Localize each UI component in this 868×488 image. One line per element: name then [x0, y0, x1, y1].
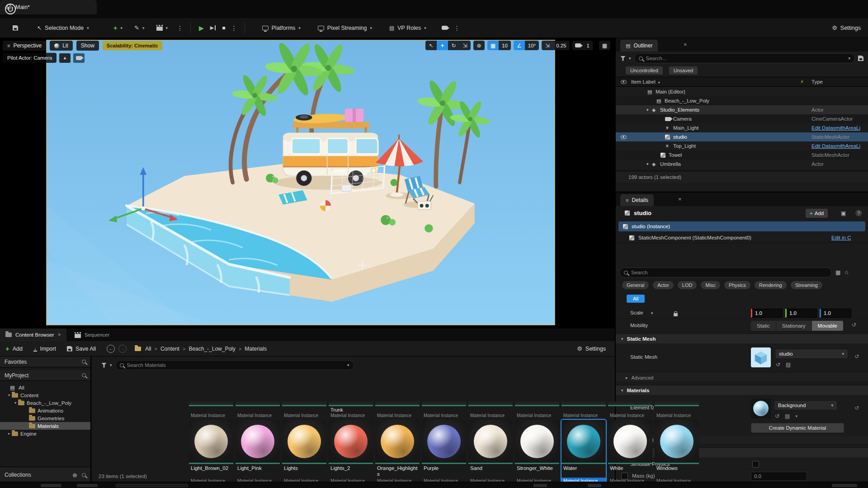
outliner-row[interactable]: Camera CineCameraActor — [616, 114, 868, 123]
breadcrumb-item[interactable]: Materials — [245, 346, 267, 352]
breadcrumb-item[interactable]: Beach_-_Low_Poly — [189, 346, 235, 352]
status-bar-item[interactable] — [832, 484, 857, 487]
tab-details[interactable]: ≡ Details — [620, 194, 654, 206]
platforms-dropdown[interactable]: Platforms ▾ — [259, 22, 304, 34]
favorites-header[interactable]: Favorites — [0, 357, 90, 367]
outliner-row[interactable]: ☀ Top_Light Edit DatasmithAreaLi — [616, 141, 868, 150]
status-bar-item[interactable] — [588, 484, 601, 487]
camera-speed-value[interactable]: 1 — [584, 41, 593, 50]
collections-bar[interactable]: Collections ⊕ — [0, 467, 91, 483]
search-icon[interactable] — [82, 473, 86, 477]
advanced-row[interactable]: ▸ Advanced — [616, 436, 868, 445]
material-dropdown[interactable]: Background ▾ — [774, 400, 837, 410]
chevron-down-icon[interactable]: ▾ — [795, 414, 797, 418]
category-all-chip[interactable]: All — [627, 295, 645, 303]
status-bar-item[interactable] — [116, 484, 188, 487]
material-tile[interactable]: Windows Material Instance — [655, 420, 699, 485]
pixel-streaming-dropdown[interactable]: Pixel Streaming ▾ — [314, 22, 376, 34]
folder-tree-item[interactable]: ▸ Engine — [0, 430, 90, 437]
static-mesh-dropdown[interactable]: studio ▾ — [775, 349, 848, 359]
instance-row[interactable]: studio (Instance) — [618, 221, 865, 231]
search-icon[interactable] — [82, 373, 86, 377]
grid-snap-value[interactable]: 10 — [499, 41, 511, 50]
add-asset-button[interactable]: + Add — [2, 343, 26, 355]
expander-icon[interactable]: ▾ — [6, 393, 12, 397]
viewport-layouts-icon[interactable]: ▦ — [599, 41, 610, 50]
material-tile-partial[interactable]: Material Instance — [422, 402, 466, 418]
expander-icon[interactable]: ▸ — [6, 432, 12, 436]
scalability-badge[interactable]: Scalability: Cinematic — [103, 41, 162, 50]
item-label-column[interactable]: Item Label — [631, 79, 656, 84]
material-tile-partial[interactable]: Material Instance — [655, 402, 699, 418]
filter-chip-physics[interactable]: Physics — [724, 281, 750, 289]
material-tile-partial[interactable]: Material Instance — [515, 402, 559, 418]
asset-search-input[interactable]: Search Materials ▾ — [115, 360, 354, 370]
outliner-row[interactable]: ▤ Beach_-_Low_Poly — [616, 96, 868, 105]
stop-piloting-button[interactable]: ▲ — [59, 53, 71, 63]
browse-to-asset-icon[interactable]: ↺ — [776, 361, 780, 368]
static-mesh-label[interactable]: Static Mesh — [630, 354, 657, 360]
scale-z-field[interactable]: 1.0 — [820, 309, 851, 318]
settings-dropdown[interactable]: ⚙ Settings — [828, 22, 864, 34]
world-space-icon[interactable]: ⊕ — [473, 41, 485, 50]
grid-snap-icon[interactable]: ▦ — [487, 41, 499, 50]
help-icon[interactable]: ? — [855, 210, 862, 216]
static-mesh-thumbnail[interactable] — [751, 347, 771, 367]
scale-x-field[interactable]: 1.0 — [751, 309, 783, 318]
breadcrumb-item[interactable]: Content — [160, 346, 179, 352]
blueprints-dropdown[interactable]: ✎ ▾ — [131, 22, 148, 34]
reset-icon[interactable]: ↺ — [854, 405, 859, 411]
visibility-column-icon[interactable] — [621, 80, 627, 84]
media-capture-icon[interactable] — [442, 26, 448, 30]
mobility-static[interactable]: Static — [751, 321, 776, 331]
mass-field[interactable]: 0.0 — [751, 472, 807, 481]
select-tool-icon[interactable]: ↖ — [425, 41, 437, 50]
simulate-physics-checkbox[interactable] — [752, 461, 759, 468]
outliner-row[interactable]: ▾ ◈ Studio_Elements Actor — [616, 105, 868, 114]
filter-chip-lod[interactable]: LOD — [678, 281, 697, 289]
back-icon[interactable]: ← — [107, 345, 115, 353]
play-button[interactable]: ▶ — [199, 24, 204, 32]
material-tile-partial[interactable]: Material Instance — [468, 402, 513, 418]
save-icon[interactable] — [13, 25, 18, 31]
folder-tree-item[interactable]: ▾ Content — [0, 391, 90, 399]
outliner-row[interactable]: ▾ ◈ Umbrella Actor — [616, 160, 868, 169]
cinematics-dropdown[interactable]: ▾ — [153, 22, 172, 34]
viewport-pane[interactable]: ≡ Perspective Lit Show Scalability: Cine… — [0, 38, 615, 328]
use-selected-asset-icon[interactable]: ▤ — [785, 413, 790, 419]
rotation-snap-value[interactable]: 10° — [525, 41, 539, 50]
tab-outliner[interactable]: ▤ Outliner — [620, 40, 658, 52]
folder-tree-item[interactable]: Animations — [0, 407, 90, 414]
show-dropdown[interactable]: Show — [76, 41, 99, 51]
lock-icon[interactable] — [674, 313, 678, 316]
project-header[interactable]: MyProject — [0, 370, 90, 381]
scale-tool-icon[interactable]: ⇲ — [459, 41, 471, 50]
material-tile-partial[interactable]: Material Instance — [375, 402, 420, 418]
expander-icon[interactable]: ▾ — [13, 401, 18, 405]
material-tile-partial[interactable]: Material Instance — [608, 402, 652, 418]
folder-tree-item[interactable]: ▤ All — [0, 384, 90, 391]
breadcrumb-item[interactable]: All — [145, 346, 151, 352]
pilot-camera-toggle[interactable] — [73, 53, 85, 63]
chevron-down-icon[interactable]: ▾ — [110, 363, 112, 367]
vp-roles-dropdown[interactable]: ▤ VP Roles ▾ — [386, 22, 430, 34]
skip-button[interactable]: ▶ — [210, 25, 216, 31]
outliner-filter-chip[interactable]: Uncontrolled — [626, 66, 663, 75]
filter-icon[interactable] — [620, 56, 626, 61]
section-materials[interactable]: ▾ Materials — [616, 385, 868, 395]
perspective-dropdown[interactable]: ≡ Perspective — [3, 41, 46, 51]
unreal-logo[interactable] — [5, 3, 16, 16]
chevron-down-icon[interactable]: ▾ — [629, 56, 631, 61]
edit-in-code-link[interactable]: Edit in C — [831, 235, 851, 240]
material-tile-partial[interactable]: Trunk Material Instance — [329, 402, 373, 418]
close-icon[interactable]: × — [684, 41, 687, 48]
filter-chip-rendering[interactable]: Rendering — [755, 281, 787, 289]
add-collection-icon[interactable]: ⊕ — [72, 472, 77, 479]
folder-tree-item[interactable]: ▾ Beach_-_Low_Poly — [0, 399, 90, 407]
type-column[interactable]: Type — [811, 79, 823, 84]
mobility-label[interactable]: Mobility — [630, 323, 648, 328]
selection-mode-dropdown[interactable]: ↖ Selection Mode ▾ — [33, 22, 93, 34]
camera-view[interactable] — [46, 40, 555, 325]
lightning-icon[interactable]: ⚡ — [800, 79, 804, 85]
use-selected-asset-icon[interactable]: ▤ — [786, 361, 791, 368]
